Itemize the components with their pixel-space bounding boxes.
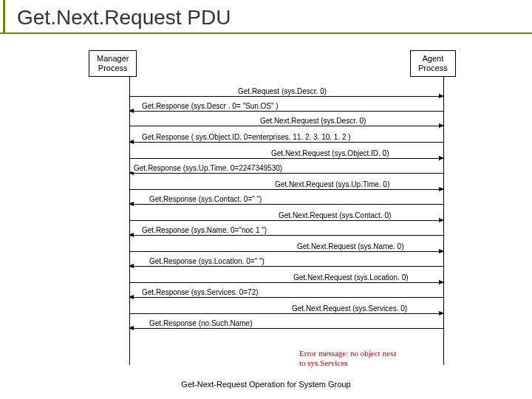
msg-label: Get.Next.Request (sys.Name. 0)	[296, 242, 406, 250]
msg-get-response-syscontact: Get.Response (sys.Contact. 0=" ")	[129, 204, 443, 205]
msg-get-next-request-sysobjectid: Get.Next.Request (sys.Object.ID. 0)	[129, 158, 443, 159]
msg-get-response-sysobjectid: Get.Response ( sys.Object.ID. 0=enterpri…	[129, 142, 443, 143]
msg-get-next-request-sysdescr: Get.Next.Request (sys.Descr. 0)	[129, 126, 443, 126]
slide-title: Get.Next.Request PDU	[3, 0, 532, 33]
msg-label: Get.Response (sys.Location. 0=" ")	[148, 257, 266, 265]
msg-get-request-sysdescr: Get.Request (sys.Descr. 0)	[129, 96, 443, 97]
msg-label: Get.Next.Request (sys.Up.Time. 0)	[273, 180, 391, 188]
msg-label: Get.Next.Request (sys.Contact. 0)	[277, 211, 392, 219]
msg-get-response-syslocation: Get.Response (sys.Location. 0=" ")	[129, 266, 443, 267]
msg-get-next-request-sysservices: Get.Next.Request (sys.Services. 0)	[129, 313, 443, 314]
msg-label: Get.Response ( sys.Object.ID. 0=enterpri…	[140, 133, 352, 141]
msg-get-response-sysdescr: Get.Response (sys.Descr . 0= "Sun.OS" )	[129, 111, 443, 112]
diagram-caption: Get-Next-Request Operation for System Gr…	[0, 380, 532, 389]
msg-label: Get.Next.Request (sys.Services. 0)	[290, 304, 409, 313]
msg-label: Get.Response (sys.Services. 0=72)	[140, 288, 260, 296]
msg-label: Get.Response (sys.Name. 0="noc 1 ")	[140, 226, 268, 234]
msg-label: Get.Response (sys.Descr . 0= "Sun.OS" )	[140, 102, 280, 110]
agent-process-label: Agent Process	[418, 54, 448, 72]
title-bar: Get.Next.Request PDU	[0, 0, 532, 34]
msg-label: Get.Response (sys.Up.Time. 0=2247349530)	[132, 164, 284, 172]
msg-get-response-sysservices: Get.Response (sys.Services. 0=72)	[129, 297, 443, 298]
msg-label: Get.Next.Request (sys.Location. 0)	[292, 273, 410, 282]
slide: Get.Next.Request PDU Manager Process Age…	[0, 0, 532, 399]
msg-get-response-sysname: Get.Response (sys.Name. 0="noc 1 ")	[129, 235, 443, 236]
manager-process-box: Manager Process	[89, 50, 137, 77]
msg-get-next-request-syscontact: Get.Next.Request (sys.Contact. 0)	[129, 220, 443, 221]
manager-lifeline	[129, 77, 130, 365]
msg-label: Get.Request (sys.Descr. 0)	[236, 87, 328, 95]
error-annotation: Error message: no object next to sys.Ser…	[299, 349, 396, 368]
msg-get-next-request-sysuptime: Get.Next.Request (sys.Up.Time. 0)	[129, 189, 443, 190]
msg-label: Get.Next.Request (sys.Object.ID. 0)	[270, 149, 391, 157]
manager-process-label: Manager Process	[97, 54, 129, 72]
msg-get-response-nosuchname: Get.Response (no.Such.Name)	[129, 328, 443, 329]
msg-label: Get.Response (no.Such.Name)	[148, 319, 254, 327]
msg-get-next-request-syslocation: Get.Next.Request (sys.Location. 0)	[129, 282, 443, 283]
error-text: Error message: no object next to sys.Ser…	[299, 349, 396, 367]
msg-get-response-sysuptime: Get.Response (sys.Up.Time. 0=2247349530)	[129, 173, 443, 174]
msg-label: Get.Response (sys.Contact. 0=" ")	[148, 195, 263, 203]
agent-process-box: Agent Process	[410, 50, 456, 77]
msg-get-next-request-sysname: Get.Next.Request (sys.Name. 0)	[129, 251, 443, 252]
msg-label: Get.Next.Request (sys.Descr. 0)	[259, 117, 367, 125]
